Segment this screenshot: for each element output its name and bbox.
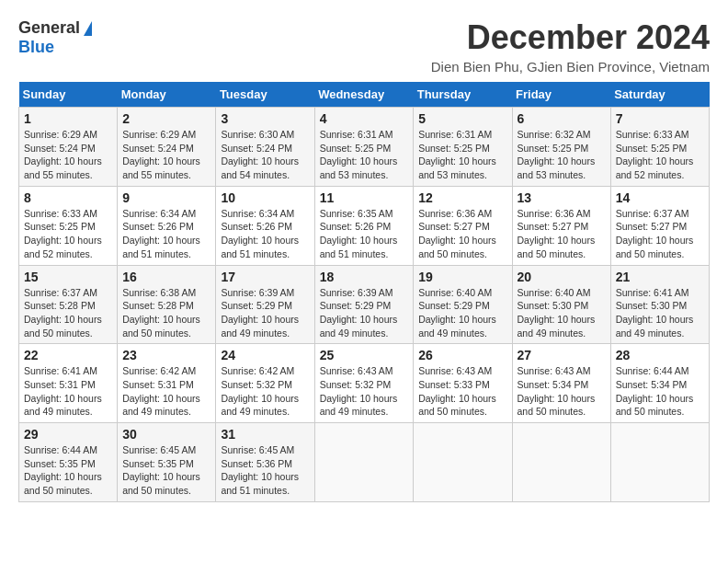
day-info: Sunrise: 6:31 AM Sunset: 5:25 PM Dayligh… — [320, 128, 409, 182]
day-number: 11 — [320, 190, 409, 205]
sunset-label: Sunset: 5:24 PM — [122, 143, 194, 154]
header-monday: Monday — [118, 82, 216, 108]
sunrise-label: Sunrise: 6:33 AM — [616, 129, 689, 140]
sunrise-label: Sunrise: 6:41 AM — [24, 365, 97, 376]
daylight-label: Daylight: 10 hours and 49 minutes. — [24, 393, 102, 418]
sunrise-label: Sunrise: 6:43 AM — [518, 365, 591, 376]
table-row: 9 Sunrise: 6:34 AM Sunset: 5:26 PM Dayli… — [118, 186, 216, 265]
daylight-label: Daylight: 10 hours and 49 minutes. — [221, 314, 299, 339]
logo: General Blue — [18, 18, 92, 57]
day-info: Sunrise: 6:36 AM Sunset: 5:27 PM Dayligh… — [518, 207, 606, 261]
table-row: 2 Sunrise: 6:29 AM Sunset: 5:24 PM Dayli… — [118, 108, 216, 187]
day-number: 6 — [518, 111, 606, 126]
sunset-label: Sunset: 5:30 PM — [518, 300, 589, 311]
day-info: Sunrise: 6:29 AM Sunset: 5:24 PM Dayligh… — [24, 128, 112, 182]
day-number: 29 — [24, 427, 112, 442]
page-container: General Blue December 2024 Dien Bien Phu… — [18, 18, 710, 502]
daylight-label: Daylight: 10 hours and 51 minutes. — [320, 235, 398, 259]
sunrise-label: Sunrise: 6:36 AM — [518, 208, 591, 219]
daylight-label: Daylight: 10 hours and 49 minutes. — [320, 314, 398, 339]
table-row: 1 Sunrise: 6:29 AM Sunset: 5:24 PM Dayli… — [19, 108, 118, 187]
sunset-label: Sunset: 5:34 PM — [616, 379, 688, 390]
day-number: 19 — [418, 270, 506, 284]
day-number: 5 — [418, 111, 506, 126]
day-info: Sunrise: 6:43 AM Sunset: 5:34 PM Dayligh… — [518, 364, 606, 419]
table-row: 20 Sunrise: 6:40 AM Sunset: 5:30 PM Dayl… — [512, 265, 610, 344]
day-number: 4 — [320, 111, 409, 126]
daylight-label: Daylight: 10 hours and 51 minutes. — [221, 471, 299, 496]
day-number: 12 — [418, 190, 506, 205]
sunrise-label: Sunrise: 6:35 AM — [320, 208, 393, 219]
day-number: 23 — [122, 348, 210, 362]
sunset-label: Sunset: 5:29 PM — [418, 300, 490, 311]
day-number: 18 — [320, 270, 409, 284]
sunrise-label: Sunrise: 6:29 AM — [24, 129, 97, 140]
table-row: 22 Sunrise: 6:41 AM Sunset: 5:31 PM Dayl… — [19, 344, 118, 423]
day-number: 7 — [616, 111, 704, 126]
table-row — [414, 423, 512, 502]
table-row: 14 Sunrise: 6:37 AM Sunset: 5:27 PM Dayl… — [610, 186, 709, 265]
table-row — [512, 423, 610, 502]
table-row: 5 Sunrise: 6:31 AM Sunset: 5:25 PM Dayli… — [414, 108, 512, 187]
sunset-label: Sunset: 5:27 PM — [418, 221, 490, 232]
sunrise-label: Sunrise: 6:34 AM — [221, 208, 294, 219]
logo-arrow-icon — [84, 21, 92, 36]
daylight-label: Daylight: 10 hours and 52 minutes. — [24, 235, 102, 259]
daylight-label: Daylight: 10 hours and 53 minutes. — [418, 155, 496, 180]
day-number: 21 — [616, 270, 704, 284]
daylight-label: Daylight: 10 hours and 52 minutes. — [616, 155, 694, 180]
month-title: December 2024 — [431, 18, 710, 57]
calendar-table: Sunday Monday Tuesday Wednesday Thursday… — [18, 82, 710, 502]
sunrise-label: Sunrise: 6:42 AM — [221, 365, 294, 376]
sunrise-label: Sunrise: 6:30 AM — [221, 129, 294, 140]
daylight-label: Daylight: 10 hours and 49 minutes. — [616, 314, 694, 339]
sunset-label: Sunset: 5:29 PM — [221, 300, 292, 311]
daylight-label: Daylight: 10 hours and 50 minutes. — [616, 393, 694, 418]
sunset-label: Sunset: 5:24 PM — [221, 143, 292, 154]
sunset-label: Sunset: 5:35 PM — [122, 458, 194, 469]
daylight-label: Daylight: 10 hours and 50 minutes. — [418, 393, 496, 418]
day-info: Sunrise: 6:35 AM Sunset: 5:26 PM Dayligh… — [320, 207, 409, 261]
daylight-label: Daylight: 10 hours and 49 minutes. — [122, 393, 200, 418]
day-info: Sunrise: 6:43 AM Sunset: 5:33 PM Dayligh… — [418, 364, 506, 419]
table-row: 29 Sunrise: 6:44 AM Sunset: 5:35 PM Dayl… — [19, 423, 118, 502]
day-info: Sunrise: 6:33 AM Sunset: 5:25 PM Dayligh… — [24, 207, 112, 261]
sunrise-label: Sunrise: 6:45 AM — [122, 444, 196, 455]
table-row: 28 Sunrise: 6:44 AM Sunset: 5:34 PM Dayl… — [610, 344, 709, 423]
table-row: 16 Sunrise: 6:38 AM Sunset: 5:28 PM Dayl… — [118, 265, 216, 344]
sunset-label: Sunset: 5:25 PM — [616, 143, 688, 154]
day-info: Sunrise: 6:43 AM Sunset: 5:32 PM Dayligh… — [320, 364, 409, 419]
day-info: Sunrise: 6:38 AM Sunset: 5:28 PM Dayligh… — [122, 286, 210, 340]
sunrise-label: Sunrise: 6:44 AM — [24, 444, 97, 455]
sunset-label: Sunset: 5:28 PM — [122, 300, 194, 311]
sunrise-label: Sunrise: 6:34 AM — [122, 208, 196, 219]
header-saturday: Saturday — [610, 82, 709, 108]
day-number: 25 — [320, 348, 409, 362]
sunset-label: Sunset: 5:32 PM — [221, 379, 292, 390]
sunrise-label: Sunrise: 6:40 AM — [418, 287, 492, 298]
day-info: Sunrise: 6:45 AM Sunset: 5:35 PM Dayligh… — [122, 443, 210, 498]
sunset-label: Sunset: 5:27 PM — [616, 221, 688, 232]
sunset-label: Sunset: 5:36 PM — [221, 458, 292, 469]
day-number: 8 — [24, 190, 112, 205]
calendar-week-3: 15 Sunrise: 6:37 AM Sunset: 5:28 PM Dayl… — [19, 265, 710, 344]
logo-blue-text: Blue — [18, 38, 54, 57]
daylight-label: Daylight: 10 hours and 50 minutes. — [122, 471, 200, 496]
sunset-label: Sunset: 5:25 PM — [24, 221, 96, 232]
table-row: 10 Sunrise: 6:34 AM Sunset: 5:26 PM Dayl… — [216, 186, 314, 265]
day-info: Sunrise: 6:40 AM Sunset: 5:29 PM Dayligh… — [418, 286, 506, 340]
daylight-label: Daylight: 10 hours and 53 minutes. — [518, 155, 596, 180]
day-info: Sunrise: 6:36 AM Sunset: 5:27 PM Dayligh… — [418, 207, 506, 261]
calendar-header-row: Sunday Monday Tuesday Wednesday Thursday… — [19, 82, 710, 108]
day-number: 26 — [418, 348, 506, 362]
day-number: 14 — [616, 190, 704, 205]
sunset-label: Sunset: 5:25 PM — [518, 143, 589, 154]
day-number: 10 — [221, 190, 309, 205]
header-wednesday: Wednesday — [314, 82, 414, 108]
day-info: Sunrise: 6:37 AM Sunset: 5:28 PM Dayligh… — [24, 286, 112, 340]
daylight-label: Daylight: 10 hours and 51 minutes. — [221, 235, 299, 259]
sunrise-label: Sunrise: 6:42 AM — [122, 365, 196, 376]
sunrise-label: Sunrise: 6:36 AM — [418, 208, 492, 219]
sunset-label: Sunset: 5:26 PM — [122, 221, 194, 232]
day-number: 27 — [518, 348, 606, 362]
